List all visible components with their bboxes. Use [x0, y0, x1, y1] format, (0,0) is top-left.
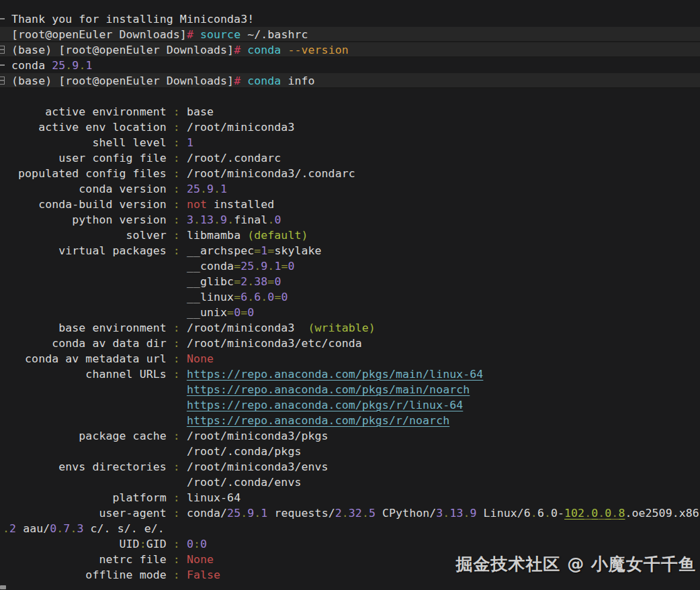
terminal-link[interactable]: . — [598, 507, 605, 520]
text-segment: .oe2509.x86 — [625, 507, 699, 520]
fold-collapsed-icon[interactable] — [0, 46, 5, 54]
text-segment: = — [267, 275, 274, 288]
text-segment: /root/miniconda3/etc/conda — [187, 337, 362, 350]
text-segment: (base) [root@openEuler Downloads] — [11, 44, 234, 56]
text-segment: [root@openEuler Downloads] — [11, 28, 187, 41]
text-segment: : — [167, 368, 187, 381]
terminal-line: active environment : base — [0, 104, 700, 119]
text-segment: : — [167, 152, 187, 164]
fold-collapsed-icon[interactable] — [0, 77, 5, 85]
terminal-line: package cache : /root/miniconda3/pkgs — [0, 428, 700, 444]
text-segment: : — [167, 553, 187, 566]
text-segment: 6 — [537, 507, 544, 520]
terminal-link[interactable]: 8 — [618, 507, 625, 520]
text-segment: . — [247, 291, 254, 303]
terminal-link[interactable]: 102 — [564, 507, 584, 520]
text-segment: : — [167, 244, 187, 257]
text-segment: conda version — [11, 183, 167, 195]
text-segment: (default) — [247, 229, 308, 242]
text-segment: 6 — [240, 291, 247, 303]
text-segment: 25 — [240, 260, 254, 273]
text-segment: 9 — [220, 213, 227, 226]
text-segment: # — [234, 44, 240, 56]
text-segment: installed — [207, 198, 274, 211]
text-segment: (writable) — [308, 322, 376, 334]
text-segment: 9 — [72, 59, 79, 72]
text-segment: __archspec — [187, 244, 254, 257]
text-segment: shell level — [11, 136, 167, 149]
text-segment: . — [56, 522, 63, 535]
text-segment: active env location — [11, 121, 167, 134]
text-segment: : — [167, 491, 187, 504]
text-segment: conda av data dir — [11, 337, 167, 350]
text-segment: 2 — [9, 522, 16, 535]
text-segment: 25 — [52, 59, 65, 72]
terminal-line: /root/.conda/envs — [0, 475, 700, 490]
text-segment: 0 — [247, 306, 254, 319]
terminal-command-block: Thank you for installing Miniconda3![roo… — [0, 0, 700, 89]
text-segment: = — [227, 306, 234, 319]
terminal-link[interactable]: . — [584, 507, 591, 520]
text-segment: : — [167, 121, 187, 134]
text-segment: __conda — [11, 260, 234, 273]
watermark: 掘金技术社区 @ 小魔女千千鱼 — [456, 556, 696, 577]
terminal-line: (base) [root@openEuler Downloads]# conda… — [0, 73, 700, 89]
terminal-link[interactable]: 0 — [605, 507, 611, 520]
text-segment: . — [261, 291, 267, 303]
text-segment: 9 — [247, 507, 254, 520]
text-segment: : — [167, 183, 187, 195]
terminal-line: platform : linux-64 — [0, 490, 700, 505]
text-segment: 0 — [267, 291, 274, 303]
text-segment: . — [247, 275, 254, 288]
terminal-line: __unix=0=0 — [0, 305, 700, 320]
text-segment: 5 — [369, 507, 376, 520]
text-segment: = — [267, 244, 274, 257]
text-segment: __glibc — [11, 275, 234, 288]
text-segment: GID — [146, 538, 167, 550]
fold-line-icon[interactable] — [0, 64, 5, 66]
text-segment: netrc file — [11, 553, 167, 566]
text-segment: . — [254, 507, 261, 520]
text-segment: . — [193, 213, 200, 226]
text-segment: 38 — [254, 275, 267, 288]
text-segment: . — [342, 507, 349, 520]
terminal-link[interactable]: 0 — [591, 507, 598, 520]
text-segment: . — [3, 522, 9, 535]
text-segment: # — [234, 75, 240, 87]
terminal-link[interactable]: https://repo.anaconda.com/pkgs/r/noarch — [187, 414, 449, 427]
text-segment: base environment — [11, 322, 167, 334]
conda-info-output: active environment : base active env loc… — [0, 104, 700, 583]
terminal-window: Thank you for installing Miniconda3![roo… — [0, 0, 700, 590]
text-segment: 6 — [254, 291, 261, 303]
text-segment: user config file — [11, 152, 167, 164]
text-segment: = — [240, 306, 247, 319]
terminal-line: __glibc=2.38=0 — [0, 274, 700, 289]
text-segment: /root/.conda/envs — [11, 476, 301, 489]
terminal-link[interactable]: https://repo.anaconda.com/pkgs/r/linux-6… — [187, 399, 463, 411]
terminal-line: conda version : 25.9.1 — [0, 181, 700, 197]
text-segment — [11, 399, 187, 411]
text-segment: channel URLs — [11, 368, 167, 381]
text-segment: 0 — [281, 291, 288, 303]
fold-line-icon[interactable] — [0, 18, 5, 19]
text-segment: 13 — [449, 507, 463, 520]
terminal-link[interactable]: https://repo.anaconda.com/pkgs/main/noar… — [187, 383, 470, 396]
text-segment — [281, 44, 288, 56]
text-segment: : — [167, 460, 187, 473]
text-segment: None — [187, 352, 214, 365]
text-segment: active environment — [11, 105, 167, 118]
text-segment: ~/.bashrc — [240, 28, 308, 41]
text-segment: 9 — [207, 183, 214, 195]
text-segment: conda — [247, 44, 281, 56]
text-segment: info — [281, 75, 314, 87]
text-segment: = — [281, 260, 288, 273]
text-segment: None — [187, 553, 214, 566]
text-segment: 3 — [187, 213, 193, 226]
text-segment: 1 — [220, 183, 227, 195]
text-segment: . — [240, 507, 247, 520]
text-segment: offline mode — [11, 569, 167, 581]
terminal-link[interactable]: . — [611, 507, 618, 520]
text-segment: 1 — [85, 59, 92, 72]
terminal-link[interactable]: https://repo.anaconda.com/pkgs/main/linu… — [187, 368, 484, 381]
text-segment — [193, 28, 200, 41]
